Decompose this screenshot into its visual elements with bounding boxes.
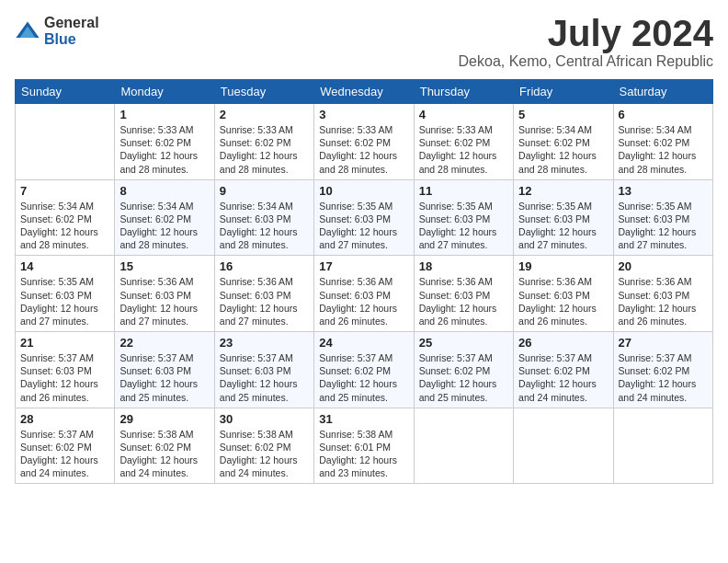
day-info: Sunrise: 5:37 AM Sunset: 6:02 PM Dayligh…: [419, 351, 508, 404]
day-info: Sunrise: 5:36 AM Sunset: 6:03 PM Dayligh…: [419, 275, 508, 327]
day-info: Sunrise: 5:34 AM Sunset: 6:02 PM Dayligh…: [619, 123, 708, 176]
day-number: 16: [220, 259, 309, 273]
calendar-cell: 7Sunrise: 5:34 AM Sunset: 6:02 PM Daylig…: [16, 179, 115, 256]
calendar-cell: 9Sunrise: 5:34 AM Sunset: 6:03 PM Daylig…: [214, 179, 313, 256]
calendar-cell: 19Sunrise: 5:36 AM Sunset: 6:03 PM Dayli…: [514, 256, 613, 332]
day-number: 24: [319, 336, 408, 350]
calendar-cell: 23Sunrise: 5:37 AM Sunset: 6:03 PM Dayli…: [214, 332, 313, 408]
day-number: 20: [619, 259, 708, 273]
calendar-cell: 10Sunrise: 5:35 AM Sunset: 6:03 PM Dayli…: [314, 179, 414, 256]
calendar-cell: 3Sunrise: 5:33 AM Sunset: 6:02 PM Daylig…: [314, 104, 414, 180]
day-info: Sunrise: 5:36 AM Sunset: 6:03 PM Dayligh…: [119, 275, 209, 327]
logo-blue: Blue: [44, 31, 99, 48]
location-title: Dekoa, Kemo, Central African Republic: [459, 53, 713, 70]
calendar-cell: 18Sunrise: 5:36 AM Sunset: 6:03 PM Dayli…: [414, 256, 513, 332]
calendar-cell: 27Sunrise: 5:37 AM Sunset: 6:02 PM Dayli…: [613, 332, 712, 408]
day-number: 30: [220, 412, 309, 426]
day-info: Sunrise: 5:34 AM Sunset: 6:02 PM Dayligh…: [20, 200, 109, 252]
calendar-week-row: 14Sunrise: 5:35 AM Sunset: 6:03 PM Dayli…: [16, 256, 713, 332]
day-info: Sunrise: 5:34 AM Sunset: 6:02 PM Dayligh…: [119, 200, 209, 252]
day-info: Sunrise: 5:37 AM Sunset: 6:02 PM Dayligh…: [20, 428, 109, 480]
title-area: July 2024 Dekoa, Kemo, Central African R…: [459, 15, 713, 70]
calendar-cell: 15Sunrise: 5:36 AM Sunset: 6:03 PM Dayli…: [115, 256, 214, 332]
calendar-cell: 14Sunrise: 5:35 AM Sunset: 6:03 PM Dayli…: [16, 256, 115, 332]
logo: General Blue: [15, 15, 99, 47]
weekday-header-saturday: Saturday: [613, 80, 712, 104]
day-number: 21: [20, 336, 109, 350]
calendar-cell: 28Sunrise: 5:37 AM Sunset: 6:02 PM Dayli…: [16, 408, 115, 484]
weekday-header-sunday: Sunday: [16, 80, 115, 104]
logo-icon: [15, 18, 40, 44]
day-info: Sunrise: 5:37 AM Sunset: 6:03 PM Dayligh…: [119, 351, 209, 404]
day-info: Sunrise: 5:38 AM Sunset: 6:02 PM Dayligh…: [119, 428, 209, 480]
day-number: 26: [518, 336, 608, 350]
calendar-cell: 4Sunrise: 5:33 AM Sunset: 6:02 PM Daylig…: [414, 104, 513, 180]
day-number: 12: [518, 184, 608, 198]
calendar-cell: 16Sunrise: 5:36 AM Sunset: 6:03 PM Dayli…: [214, 256, 313, 332]
day-number: 19: [518, 259, 608, 273]
logo-text: General Blue: [44, 15, 99, 47]
calendar-cell: 21Sunrise: 5:37 AM Sunset: 6:03 PM Dayli…: [16, 332, 115, 408]
day-info: Sunrise: 5:37 AM Sunset: 6:03 PM Dayligh…: [220, 351, 309, 404]
calendar-cell: 13Sunrise: 5:35 AM Sunset: 6:03 PM Dayli…: [613, 179, 712, 256]
day-number: 14: [20, 259, 109, 273]
calendar-cell: 25Sunrise: 5:37 AM Sunset: 6:02 PM Dayli…: [414, 332, 513, 408]
calendar-cell: 26Sunrise: 5:37 AM Sunset: 6:02 PM Dayli…: [514, 332, 613, 408]
day-info: Sunrise: 5:33 AM Sunset: 6:02 PM Dayligh…: [220, 123, 309, 176]
day-info: Sunrise: 5:36 AM Sunset: 6:03 PM Dayligh…: [220, 275, 309, 327]
day-number: 17: [319, 259, 408, 273]
day-number: 8: [119, 184, 209, 198]
day-number: 25: [419, 336, 508, 350]
calendar-cell: 30Sunrise: 5:38 AM Sunset: 6:02 PM Dayli…: [214, 408, 313, 484]
calendar-table: SundayMondayTuesdayWednesdayThursdayFrid…: [15, 79, 713, 484]
day-info: Sunrise: 5:36 AM Sunset: 6:03 PM Dayligh…: [319, 275, 408, 327]
calendar-cell: [613, 408, 712, 484]
day-number: 15: [119, 259, 209, 273]
day-number: 4: [419, 108, 508, 121]
calendar-week-row: 28Sunrise: 5:37 AM Sunset: 6:02 PM Dayli…: [16, 408, 713, 484]
calendar-cell: 20Sunrise: 5:36 AM Sunset: 6:03 PM Dayli…: [613, 256, 712, 332]
calendar-cell: 17Sunrise: 5:36 AM Sunset: 6:03 PM Dayli…: [314, 256, 414, 332]
calendar-cell: 22Sunrise: 5:37 AM Sunset: 6:03 PM Dayli…: [115, 332, 214, 408]
day-info: Sunrise: 5:35 AM Sunset: 6:03 PM Dayligh…: [20, 275, 109, 327]
calendar-cell: 8Sunrise: 5:34 AM Sunset: 6:02 PM Daylig…: [115, 179, 214, 256]
logo-general: General: [44, 15, 99, 31]
day-number: 5: [518, 108, 608, 121]
day-info: Sunrise: 5:38 AM Sunset: 6:02 PM Dayligh…: [220, 428, 309, 480]
calendar-cell: 2Sunrise: 5:33 AM Sunset: 6:02 PM Daylig…: [214, 104, 313, 180]
day-info: Sunrise: 5:33 AM Sunset: 6:02 PM Dayligh…: [319, 123, 408, 176]
weekday-header-thursday: Thursday: [414, 80, 513, 104]
calendar-week-row: 21Sunrise: 5:37 AM Sunset: 6:03 PM Dayli…: [16, 332, 713, 408]
calendar-week-row: 1Sunrise: 5:33 AM Sunset: 6:02 PM Daylig…: [16, 104, 713, 180]
day-number: 11: [419, 184, 508, 198]
calendar-cell: 5Sunrise: 5:34 AM Sunset: 6:02 PM Daylig…: [514, 104, 613, 180]
day-info: Sunrise: 5:35 AM Sunset: 6:03 PM Dayligh…: [518, 200, 608, 252]
day-number: 31: [319, 412, 408, 426]
calendar-cell: 29Sunrise: 5:38 AM Sunset: 6:02 PM Dayli…: [115, 408, 214, 484]
day-number: 22: [119, 336, 209, 350]
calendar-cell: [16, 104, 115, 180]
day-info: Sunrise: 5:33 AM Sunset: 6:02 PM Dayligh…: [119, 123, 209, 176]
month-title: July 2024: [459, 15, 713, 52]
calendar-cell: [414, 408, 513, 484]
day-number: 6: [619, 108, 708, 121]
calendar-cell: 1Sunrise: 5:33 AM Sunset: 6:02 PM Daylig…: [115, 104, 214, 180]
day-number: 18: [419, 259, 508, 273]
calendar-week-row: 7Sunrise: 5:34 AM Sunset: 6:02 PM Daylig…: [16, 179, 713, 256]
day-info: Sunrise: 5:35 AM Sunset: 6:03 PM Dayligh…: [619, 200, 708, 252]
day-number: 13: [619, 184, 708, 198]
day-number: 9: [220, 184, 309, 198]
day-info: Sunrise: 5:37 AM Sunset: 6:02 PM Dayligh…: [518, 351, 608, 404]
day-info: Sunrise: 5:38 AM Sunset: 6:01 PM Dayligh…: [319, 428, 408, 480]
day-info: Sunrise: 5:37 AM Sunset: 6:03 PM Dayligh…: [20, 351, 109, 404]
day-info: Sunrise: 5:36 AM Sunset: 6:03 PM Dayligh…: [518, 275, 608, 327]
calendar-cell: 31Sunrise: 5:38 AM Sunset: 6:01 PM Dayli…: [314, 408, 414, 484]
day-number: 27: [619, 336, 708, 350]
day-number: 23: [220, 336, 309, 350]
day-number: 1: [119, 108, 209, 121]
calendar-cell: 12Sunrise: 5:35 AM Sunset: 6:03 PM Dayli…: [514, 179, 613, 256]
weekday-header-monday: Monday: [115, 80, 214, 104]
day-info: Sunrise: 5:34 AM Sunset: 6:03 PM Dayligh…: [220, 200, 309, 252]
weekday-header-tuesday: Tuesday: [214, 80, 313, 104]
weekday-header-friday: Friday: [514, 80, 613, 104]
